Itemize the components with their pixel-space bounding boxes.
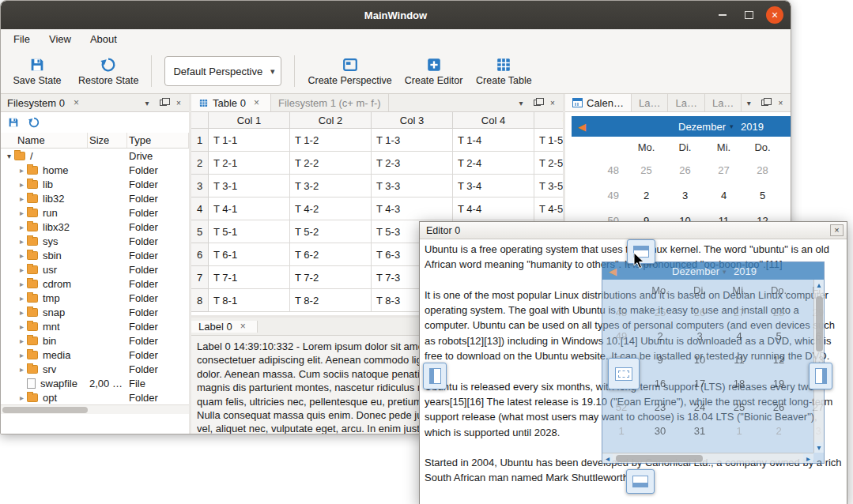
table-cell[interactable]: T 6-2 xyxy=(290,243,372,266)
tree-row[interactable]: ▸ opt Folder xyxy=(1,390,189,404)
prev-month-icon[interactable]: ◀ xyxy=(572,121,586,133)
expand-arrow-icon[interactable]: ▸ xyxy=(17,393,27,402)
close-icon[interactable]: × xyxy=(250,98,263,107)
tree-row[interactable]: ▸ snap Folder xyxy=(1,305,189,319)
table-cell[interactable]: T 7-2 xyxy=(290,266,372,289)
row-header[interactable]: 2 xyxy=(191,152,209,175)
tree-row[interactable]: ▸ usr Folder xyxy=(1,262,189,276)
table-cell[interactable]: T 1-4 xyxy=(453,129,534,152)
table-cell[interactable]: T 2-1 xyxy=(209,152,290,175)
expand-arrow-icon[interactable]: ▸ xyxy=(17,237,27,246)
table-cell[interactable]: T 4-5 xyxy=(534,197,563,220)
expand-arrow-icon[interactable]: ▸ xyxy=(17,308,27,317)
year-button[interactable]: 2019 xyxy=(741,121,764,133)
close-icon[interactable]: × xyxy=(172,96,186,110)
table-cell[interactable]: T 8-2 xyxy=(290,289,372,312)
create-editor-button[interactable]: Create Editor xyxy=(405,56,463,86)
table-cell[interactable]: T 7-1 xyxy=(209,266,290,289)
dock-indicator-center[interactable] xyxy=(608,358,640,389)
scrollbar-handle[interactable] xyxy=(616,455,703,462)
calendar-day[interactable]: 6 xyxy=(782,190,791,201)
restore-state-button[interactable]: Restore State xyxy=(78,56,138,86)
close-icon[interactable]: × xyxy=(773,96,787,110)
row-header[interactable]: 4 xyxy=(191,197,209,220)
table-cell[interactable]: T 2-4 xyxy=(453,152,534,175)
expand-arrow-icon[interactable]: ▸ xyxy=(17,180,27,189)
dock-indicator-bottom[interactable] xyxy=(626,469,655,494)
tab[interactable]: La… xyxy=(705,94,742,111)
tree-row[interactable]: ▸ sbin Folder xyxy=(1,248,189,262)
column-header[interactable]: Col 2 xyxy=(290,112,372,128)
table-corner[interactable] xyxy=(191,112,209,128)
horizontal-scrollbar[interactable] xyxy=(1,404,189,414)
expand-arrow-icon[interactable]: ▸ xyxy=(17,351,27,359)
calendar-day[interactable]: 28 xyxy=(743,164,782,176)
filesystem-dock-titlebar[interactable]: Filesystem 0 × ▾ × xyxy=(1,94,189,112)
calendar-day[interactable]: 26 xyxy=(666,164,704,176)
scroll-down-icon[interactable]: ▾ xyxy=(814,442,825,453)
table-cell[interactable]: T 5-2 xyxy=(290,220,372,243)
tab[interactable]: Calen… xyxy=(565,94,632,111)
float-icon[interactable] xyxy=(530,96,544,110)
menu-item[interactable]: About xyxy=(81,29,126,49)
expand-arrow-icon[interactable]: ▸ xyxy=(17,209,27,217)
expand-arrow-icon[interactable]: ▸ xyxy=(17,294,27,303)
preview-hscrollbar[interactable]: ◂ ▸ xyxy=(602,453,813,463)
close-icon[interactable]: × xyxy=(236,322,250,331)
row-header[interactable]: 5 xyxy=(191,220,209,243)
tree-row[interactable]: ▸ mnt Folder xyxy=(1,319,189,333)
close-button[interactable]: × xyxy=(830,224,844,236)
save-icon[interactable] xyxy=(7,116,20,129)
scroll-left-icon[interactable]: ◂ xyxy=(602,453,613,464)
tree-row[interactable]: ▸ media Folder xyxy=(1,348,189,362)
perspective-select[interactable]: Default Perspective ▾ xyxy=(164,56,281,86)
calendar-day[interactable]: 2 xyxy=(627,190,666,201)
expand-arrow-icon[interactable]: ▸ xyxy=(17,194,27,203)
restore-icon[interactable] xyxy=(28,116,40,129)
calendar-day[interactable]: 3 xyxy=(666,190,704,201)
table-cell[interactable]: T 2-3 xyxy=(372,152,453,175)
tree-row[interactable]: ▸ lib32 Folder xyxy=(1,191,189,205)
table-cell[interactable]: T 1-3 xyxy=(372,129,453,152)
close-icon[interactable]: × xyxy=(545,96,560,110)
tree-row[interactable]: ▸ cdrom Folder xyxy=(1,276,189,291)
row-header[interactable]: 3 xyxy=(191,175,209,197)
editor-titlebar[interactable]: Editor 0 × xyxy=(420,222,847,239)
table-cell[interactable]: T 5-1 xyxy=(209,220,290,243)
expand-arrow-icon[interactable]: ▸ xyxy=(17,265,27,274)
close-icon[interactable]: × xyxy=(70,98,83,107)
tree-row[interactable]: ▸ run Folder xyxy=(1,205,189,220)
scroll-up-icon[interactable]: ▴ xyxy=(814,280,825,290)
scrollbar-handle[interactable] xyxy=(2,407,88,413)
expand-arrow-icon[interactable]: ▸ xyxy=(17,280,27,288)
calendar-day[interactable]: 4 xyxy=(704,190,743,201)
column-header[interactable]: Col 1 xyxy=(209,112,290,128)
calendar-day[interactable]: 27 xyxy=(704,164,743,176)
table-cell[interactable]: T 1-2 xyxy=(290,129,372,152)
scroll-track[interactable] xyxy=(613,453,803,463)
expand-arrow-icon[interactable]: ▸ xyxy=(17,251,27,260)
tree-row[interactable]: ▸ home Folder xyxy=(1,163,189,177)
tree-row[interactable]: ▸ srv Folder xyxy=(1,362,189,376)
tree-row[interactable]: swapfile 2,00 … File xyxy=(1,376,189,390)
column-header[interactable]: Col 5 xyxy=(534,112,563,128)
float-icon[interactable] xyxy=(156,96,170,110)
tree-row[interactable]: ▸ tmp Folder xyxy=(1,291,189,305)
tree-row[interactable]: ▾ / Drive xyxy=(1,149,189,163)
table-cell[interactable]: T 2-2 xyxy=(290,152,372,175)
table-cell[interactable]: T 1-1 xyxy=(209,129,290,152)
tab[interactable]: Table 0 × xyxy=(191,94,271,111)
tab[interactable]: Filesystem 1 (c+ m- f-) × xyxy=(271,94,389,111)
filesystem-table-header[interactable]: Name Size Type xyxy=(1,133,189,149)
menu-item[interactable]: File xyxy=(4,29,40,49)
float-icon[interactable] xyxy=(757,96,772,110)
scroll-right-icon[interactable]: ▸ xyxy=(803,453,813,464)
column-header-type[interactable]: Type xyxy=(127,133,189,148)
calendar-day[interactable]: 25 xyxy=(627,164,666,176)
window-titlebar[interactable]: MainWindow × xyxy=(1,1,791,29)
table-cell[interactable]: T 8-1 xyxy=(209,289,290,312)
expand-arrow-icon[interactable]: ▾ xyxy=(4,152,14,160)
table-cell[interactable]: T 4-1 xyxy=(209,197,290,220)
tree-row[interactable]: ▸ bin Folder xyxy=(1,333,189,348)
column-header-size[interactable]: Size xyxy=(88,133,127,148)
